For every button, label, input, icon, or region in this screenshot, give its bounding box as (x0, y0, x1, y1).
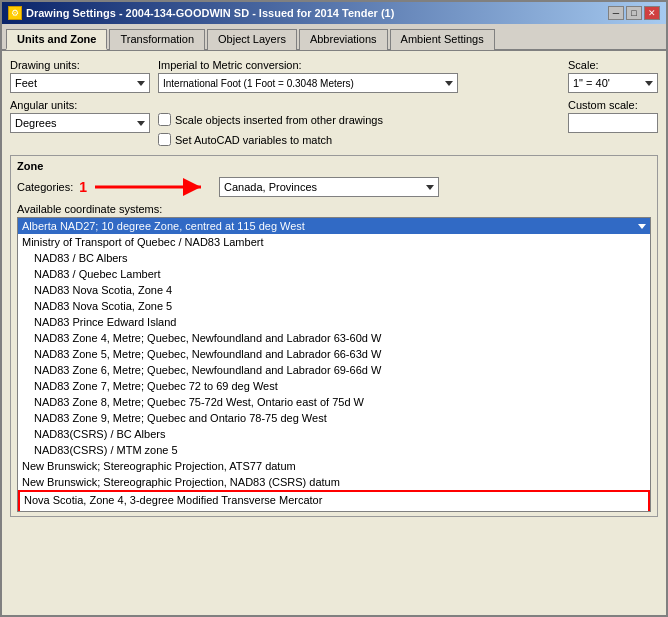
list-item[interactable]: NAD83(CSRS) / MTM zone 5 (18, 442, 650, 458)
list-item[interactable]: New Brunswick; Stereographic Projection,… (18, 474, 650, 490)
imperial-label: Imperial to Metric conversion: (158, 59, 560, 71)
main-window: ⚙ Drawing Settings - 2004-134-GOODWIN SD… (0, 0, 668, 617)
categories-dropdown-arrow (426, 185, 434, 190)
list-item[interactable]: New Brunswick; Stereographic Projection,… (18, 458, 650, 474)
zone-group-label: Zone (17, 160, 43, 172)
scale-arrow (645, 81, 653, 86)
list-item[interactable]: NAD83(CSRS) / BC Albers (18, 426, 650, 442)
list-item[interactable]: NAD83 Nova Scotia, Zone 4 (18, 282, 650, 298)
minimize-button[interactable]: ─ (608, 6, 624, 20)
imperial-dropdown[interactable]: International Foot (1 Foot = 0.3048 Mete… (158, 73, 458, 93)
list-item[interactable]: NAD83 Zone 8, Metre; Quebec 75-72d West,… (18, 394, 650, 410)
categories-dropdown[interactable]: Canada, Provinces (219, 177, 439, 197)
scale-objects-checkbox[interactable] (158, 113, 171, 126)
autocad-vars-checkbox[interactable] (158, 133, 171, 146)
list-item[interactable]: Nova Scotia, Zone 4, 3-degree Modified T… (20, 492, 648, 508)
angular-units-value: Degrees (15, 117, 57, 129)
custom-scale-input[interactable]: 40 (568, 113, 658, 133)
tab-content: Drawing units: Feet Imperial to Metric c… (2, 51, 666, 615)
list-item[interactable]: NAD83 / BC Albers (18, 250, 650, 266)
list-item[interactable]: NAD83 Nova Scotia, Zone 5 (18, 298, 650, 314)
list-item[interactable]: NAD83 Zone 4, Metre; Quebec, Newfoundlan… (18, 330, 650, 346)
list-item[interactable]: NAD83 Prince Edward Island (18, 314, 650, 330)
title-bar: ⚙ Drawing Settings - 2004-134-GOODWIN SD… (2, 2, 666, 24)
available-coord-label: Available coordinate systems: (17, 203, 162, 215)
list-item[interactable]: NAD83 Zone 7, Metre; Quebec 72 to 69 deg… (18, 378, 650, 394)
checkbox-autocad-vars: Set AutoCAD variables to match (158, 133, 560, 146)
window-title: Drawing Settings - 2004-134-GOODWIN SD -… (26, 7, 394, 19)
tab-ambient-settings[interactable]: Ambient Settings (390, 29, 495, 50)
coord-selected-arrow (638, 224, 646, 229)
tab-object-layers[interactable]: Object Layers (207, 29, 297, 50)
title-buttons: ─ □ ✕ (608, 6, 660, 20)
tab-abbreviations[interactable]: Abbreviations (299, 29, 388, 50)
autocad-vars-label: Set AutoCAD variables to match (175, 134, 332, 146)
angular-units-arrow (137, 121, 145, 126)
angular-units-dropdown[interactable]: Degrees (10, 113, 150, 133)
tab-transformation[interactable]: Transformation (109, 29, 205, 50)
tab-bar: Units and Zone Transformation Object Lay… (2, 24, 666, 51)
list-item[interactable]: Nova Scotia, Zone 4, ATS 77 System (20, 508, 648, 512)
coord-items-container: Ministry of Transport of Quebec / NAD83 … (18, 234, 650, 512)
categories-label: Categories: (17, 181, 73, 193)
maximize-button[interactable]: □ (626, 6, 642, 20)
imperial-value: International Foot (1 Foot = 0.3048 Mete… (163, 78, 354, 89)
list-item[interactable]: NAD83 Zone 6, Metre; Quebec, Newfoundlan… (18, 362, 650, 378)
list-item[interactable]: NAD83 / Quebec Lambert (18, 266, 650, 282)
angular-units-label: Angular units: (10, 99, 150, 111)
close-button[interactable]: ✕ (644, 6, 660, 20)
tab-units-zone[interactable]: Units and Zone (6, 29, 107, 50)
red-arrow (93, 176, 213, 198)
imperial-arrow (445, 81, 453, 86)
drawing-units-dropdown[interactable]: Feet (10, 73, 150, 93)
checkbox-scale-objects: Scale objects inserted from other drawin… (158, 113, 560, 126)
coord-list[interactable]: Alberta NAD27; 10 degree Zone, centred a… (17, 217, 651, 512)
drawing-units-arrow (137, 81, 145, 86)
title-bar-left: ⚙ Drawing Settings - 2004-134-GOODWIN SD… (8, 6, 394, 20)
list-item[interactable]: Ministry of Transport of Quebec / NAD83 … (18, 234, 650, 250)
scale-dropdown[interactable]: 1" = 40' (568, 73, 658, 93)
list-item[interactable]: NAD83 Zone 5, Metre; Quebec, Newfoundlan… (18, 346, 650, 362)
app-icon: ⚙ (8, 6, 22, 20)
coord-selected-text: Alberta NAD27; 10 degree Zone, centred a… (22, 220, 305, 232)
coord-selected-item[interactable]: Alberta NAD27; 10 degree Zone, centred a… (18, 218, 650, 234)
drawing-units-label: Drawing units: (10, 59, 150, 71)
scale-value: 1" = 40' (573, 77, 610, 89)
list-item[interactable]: NAD83 Zone 9, Metre; Quebec and Ontario … (18, 410, 650, 426)
scale-objects-label: Scale objects inserted from other drawin… (175, 114, 383, 126)
zone-number-1: 1 (79, 179, 87, 195)
custom-scale-label: Custom scale: (568, 99, 658, 111)
categories-value: Canada, Provinces (224, 181, 317, 193)
drawing-units-value: Feet (15, 77, 37, 89)
scale-label: Scale: (568, 59, 658, 71)
